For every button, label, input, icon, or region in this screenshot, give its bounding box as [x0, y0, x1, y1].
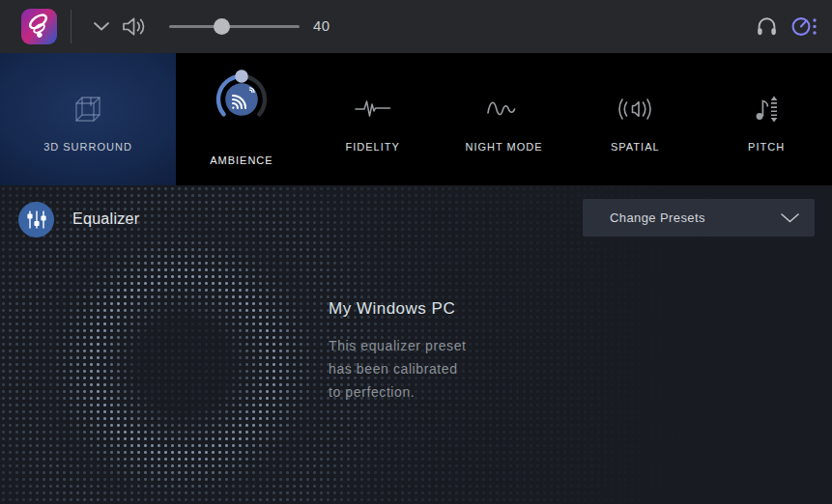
section-title: Equalizer	[72, 210, 139, 228]
tab-ambience[interactable]: AMBIENCE	[176, 53, 307, 185]
tab-label: SPATIAL	[569, 141, 701, 153]
tab-label: PITCH	[701, 141, 832, 153]
preset-description: This equalizer preset has been calibrate…	[329, 334, 467, 404]
top-bar: 40	[0, 0, 832, 53]
headphones-mode-button[interactable]	[754, 14, 779, 40]
chevron-down-icon	[780, 212, 800, 224]
change-presets-label: Change Presets	[610, 210, 705, 225]
tab-3d-surround[interactable]: 3D SURROUND	[0, 53, 176, 185]
change-presets-button[interactable]: Change Presets	[583, 199, 815, 237]
equalizer-icon	[18, 202, 54, 238]
pitch-note-icon	[747, 90, 786, 128]
sine-wave-icon	[481, 92, 526, 126]
tab-fidelity[interactable]: FIDELITY	[307, 53, 439, 185]
preset-description-line: has been calibrated	[329, 357, 467, 380]
boom-spiral-icon	[22, 10, 57, 44]
mute-toggle-button[interactable]	[120, 14, 147, 40]
audio-settings-button[interactable]	[789, 13, 820, 41]
output-device-dropdown-button[interactable]	[91, 19, 112, 33]
tab-pitch[interactable]: PITCH	[701, 53, 832, 185]
ambience-knob-icon	[211, 67, 273, 128]
spatial-speaker-icon	[609, 92, 661, 126]
preset-description-line: This equalizer preset	[329, 334, 467, 357]
volume-value: 40	[313, 17, 330, 34]
preset-description-line: to perfection.	[329, 380, 467, 404]
topbar-divider	[71, 10, 72, 43]
tab-label: AMBIENCE	[176, 154, 307, 166]
app-logo-button[interactable]	[21, 9, 57, 44]
equalizer-panel: Equalizer Change Presets My Windows PC T…	[0, 185, 832, 504]
app-window: 40	[0, 0, 832, 504]
preset-info: My Windows PC This equalizer preset has …	[329, 299, 467, 404]
chevron-down-icon	[93, 21, 110, 32]
cube-3d-icon	[69, 90, 107, 128]
tab-label: NIGHT MODE	[439, 141, 570, 153]
speaker-volume-icon	[121, 14, 147, 39]
headphones-icon	[755, 14, 779, 39]
volume-slider[interactable]	[169, 14, 300, 39]
preset-name: My Windows PC	[329, 299, 467, 319]
knob-dial-icon	[790, 14, 819, 40]
tab-label: 3D SURROUND	[0, 141, 176, 153]
volume-slider-track[interactable]	[169, 25, 300, 28]
effects-tab-bar: 3D SURROUND	[0, 53, 832, 185]
tab-label: FIDELITY	[307, 141, 439, 153]
tab-night-mode[interactable]: NIGHT MODE	[439, 53, 570, 185]
pulse-icon	[351, 92, 395, 126]
tab-spatial[interactable]: SPATIAL	[569, 53, 701, 185]
volume-slider-thumb[interactable]	[214, 18, 230, 35]
